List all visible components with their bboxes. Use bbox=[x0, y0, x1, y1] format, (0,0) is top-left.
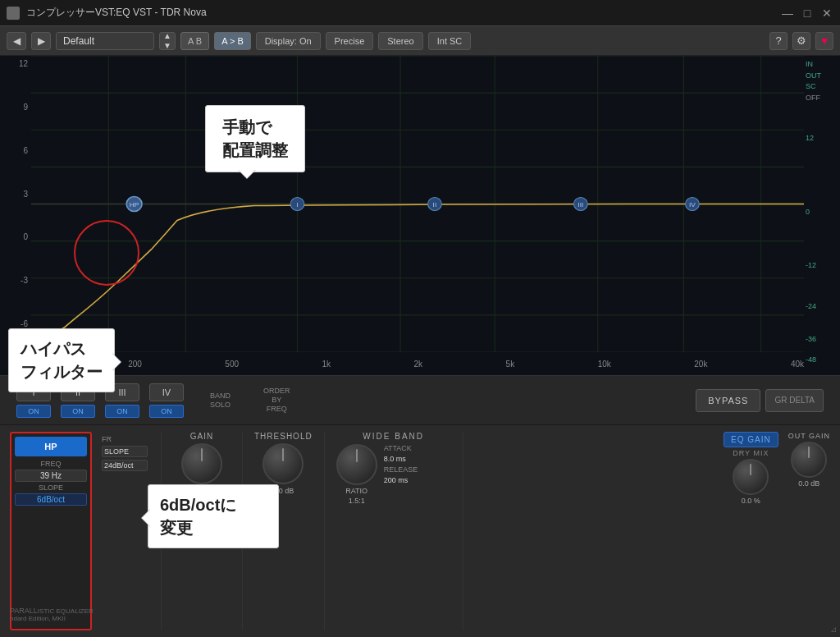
eq-curve-canvas[interactable]: HP I II III IV bbox=[31, 56, 804, 352]
annotation-manual-placement: 手動で 配置調整 bbox=[205, 105, 305, 172]
release-value: 200 ms bbox=[384, 476, 418, 484]
settings-button[interactable]: ⚙ bbox=[792, 32, 810, 50]
hp-filter-type-button[interactable]: HP bbox=[15, 437, 87, 456]
a-to-b-button[interactable]: A > B bbox=[214, 32, 251, 50]
bottom-controls-row: HP FREQ 39 Hz SLOPE 6dB/oct FR SLOPE 24d… bbox=[0, 425, 840, 637]
preset-selector[interactable]: Default bbox=[56, 32, 154, 50]
band-III-on[interactable]: ON bbox=[105, 405, 139, 418]
resize-handle[interactable]: ⊿ bbox=[830, 625, 837, 634]
order-freq-label: ORDERBYFREQ bbox=[263, 387, 290, 413]
title-bar-left: コンプレッサーVST:EQ VST - TDR Nova bbox=[7, 6, 207, 20]
divider-4 bbox=[463, 432, 463, 630]
y-right-12: 12 bbox=[806, 134, 814, 142]
back-button[interactable]: ◀ bbox=[7, 32, 26, 50]
title-bar: コンプレッサーVST:EQ VST - TDR Nova — □ ✕ bbox=[0, 0, 840, 26]
x-label-500: 500 bbox=[225, 360, 239, 369]
band-I-on[interactable]: ON bbox=[16, 405, 51, 418]
y-right-m48: -48 bbox=[806, 355, 816, 364]
stereo-button[interactable]: Stereo bbox=[378, 32, 422, 50]
out-gain-value: 0.0 dB bbox=[798, 479, 819, 488]
maximize-button[interactable]: □ bbox=[801, 7, 814, 20]
annotation-slope-line2: 変更 bbox=[160, 519, 193, 537]
svg-text:III: III bbox=[578, 202, 583, 209]
slope-label-2: SLOPE bbox=[102, 446, 148, 457]
out-gain-knob[interactable] bbox=[791, 442, 827, 478]
annotation-hp-line1: ハイパス bbox=[21, 340, 86, 358]
favorite-button[interactable]: ♥ bbox=[815, 32, 833, 50]
annotation-line1: 手動で bbox=[222, 118, 272, 136]
y-right-0: 0 bbox=[806, 208, 810, 216]
slope-label: SLOPE bbox=[15, 483, 87, 492]
main-content: 12 9 6 3 0 -3 -6 -9 IN OUT SC OFF 12 0 -… bbox=[0, 56, 840, 637]
band-IV-on[interactable]: ON bbox=[149, 405, 184, 418]
y-axis-left: 12 9 6 3 0 -3 -6 -9 bbox=[0, 56, 31, 375]
band-II-on[interactable]: ON bbox=[61, 405, 95, 418]
parallel-label: PARALLISTIC EQUALIZER bbox=[10, 607, 94, 615]
divider-3 bbox=[324, 432, 325, 630]
window-controls[interactable]: — □ ✕ bbox=[781, 7, 833, 20]
gr-delta-button[interactable]: GR DELTA bbox=[765, 389, 824, 412]
eq-gain-button[interactable]: EQ GAIN bbox=[724, 432, 778, 447]
eq-display[interactable]: 12 9 6 3 0 -3 -6 -9 IN OUT SC OFF 12 0 -… bbox=[0, 56, 840, 376]
window-title: コンプレッサーVST:EQ VST - TDR Nova bbox=[26, 6, 207, 20]
help-button[interactable]: ? bbox=[769, 32, 788, 50]
attack-value: 8.0 ms bbox=[384, 455, 418, 463]
wide-band-section: WIDE BAND RATIO 1.5:1 ATTACK 8.0 ms RELE… bbox=[336, 432, 451, 630]
dry-mix-value: 0.0 % bbox=[742, 497, 760, 505]
wide-band-title: WIDE BAND bbox=[336, 432, 451, 441]
annotation-slope-change: 6dB/octに 変更 bbox=[148, 484, 279, 548]
svg-text:I: I bbox=[296, 202, 298, 209]
band-solo-label: BANDSOLO bbox=[210, 392, 231, 410]
annotation-slope-line1: 6dB/octに bbox=[160, 496, 236, 514]
minimize-button[interactable]: — bbox=[781, 7, 794, 20]
y-label-9: 9 bbox=[0, 103, 31, 112]
y-label-6: 6 bbox=[0, 146, 31, 155]
slope-value: 6dB/oct bbox=[15, 493, 87, 506]
y-right-m12: -12 bbox=[806, 261, 816, 269]
precise-button[interactable]: Precise bbox=[326, 32, 374, 50]
x-axis: 100 200 500 1k 2k 5k 10k 20k 40k bbox=[31, 355, 804, 372]
toolbar: ◀ ▶ Default ▲▼ A B A > B Display: On Pre… bbox=[0, 26, 840, 56]
wide-band-knob[interactable] bbox=[336, 444, 377, 485]
bypass-button[interactable]: BYPASS bbox=[696, 389, 760, 412]
dry-mix-label: DRY MIX bbox=[733, 449, 769, 457]
controls-section: I ON II ON III ON IV ON BANDSOLO bbox=[0, 376, 840, 637]
y-label-m3: -3 bbox=[0, 276, 31, 285]
annotation-highpass-filter: ハイパス フィルター bbox=[8, 328, 115, 392]
wide-band-controls: RATIO 1.5:1 ATTACK 8.0 ms RELEASE 200 ms bbox=[336, 444, 451, 505]
y-label-0: 0 bbox=[0, 232, 31, 241]
y-label-m6: -6 bbox=[0, 319, 31, 328]
right-controls: EQ GAIN DRY MIX 0.0 % OUT GAIN 0.0 dB bbox=[724, 432, 830, 630]
y-axis-right: IN OUT SC OFF 12 0 -12 -24 -36 -48 bbox=[804, 56, 840, 375]
eq-gain-section: EQ GAIN DRY MIX 0.0 % bbox=[724, 432, 778, 505]
preset-arrow-button[interactable]: ▲▼ bbox=[159, 32, 176, 50]
out-gain-section: OUT GAIN 0.0 dB bbox=[788, 432, 830, 488]
band-IV-button[interactable]: IV bbox=[149, 383, 184, 401]
ab-button[interactable]: A B bbox=[180, 32, 209, 50]
out-gain-label: OUT GAIN bbox=[788, 432, 830, 440]
release-label: RELEASE bbox=[384, 465, 418, 474]
threshold-knob[interactable] bbox=[262, 443, 304, 484]
display-button[interactable]: Display: On bbox=[256, 32, 321, 50]
annotation-line2: 配置調整 bbox=[222, 141, 288, 159]
svg-text:II: II bbox=[433, 202, 437, 209]
forward-button[interactable]: ▶ bbox=[31, 32, 51, 50]
int-sc-button[interactable]: Int SC bbox=[428, 32, 472, 50]
freq-label-2: FR bbox=[102, 435, 148, 443]
y-label-12: 12 bbox=[0, 59, 31, 68]
eq-edition-label: ndard Edition, MKII bbox=[10, 615, 94, 622]
gain-knob[interactable] bbox=[181, 443, 222, 484]
wide-band-ratio-label: RATIO bbox=[345, 487, 368, 495]
in-out-labels: IN OUT SC OFF bbox=[806, 59, 821, 103]
mid-label-panel: FR SLOPE 24dB/oct bbox=[100, 432, 149, 630]
freq-value: 39 Hz bbox=[15, 470, 87, 482]
x-label-2k: 2k bbox=[414, 360, 423, 369]
slope-value-2: 24dB/oct bbox=[102, 460, 148, 471]
wide-band-knob-col: RATIO 1.5:1 bbox=[336, 444, 377, 505]
bottom-label-area: PARALLISTIC EQUALIZER ndard Edition, MKI… bbox=[10, 607, 94, 622]
band-buttons-row: I ON II ON III ON IV ON BANDSOLO bbox=[0, 376, 840, 425]
x-label-1k: 1k bbox=[322, 360, 331, 369]
close-button[interactable]: ✕ bbox=[820, 7, 833, 20]
x-label-20k: 20k bbox=[694, 360, 707, 369]
dry-mix-knob[interactable] bbox=[733, 459, 769, 495]
